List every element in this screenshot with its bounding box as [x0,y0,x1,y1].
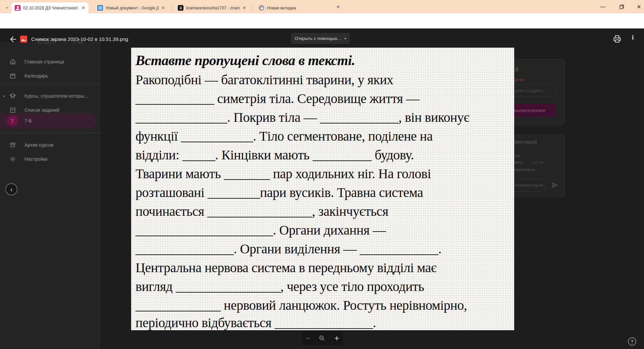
worksheet-line: періодично відбувається _______________. [136,315,376,331]
worksheet-line: _______________. Органи виділення — ____… [136,241,441,257]
comment-attached-fragment: икріплено [515,167,535,172]
sidebar [0,42,101,349]
tab-search-icon[interactable]: ⌄ [3,2,11,11]
worksheet-line: ______________. Покрив тіла — __________… [136,109,469,125]
sidebar-item-label: Архив курсов [24,142,53,148]
sidebar-collapse-button[interactable]: ‹ [5,183,17,195]
comment-author-fragment: івна [515,160,523,165]
mark-as-done-label-fragment: выполненное [514,107,546,113]
tab-title: kramarenkosofia1707 - znanija. [186,6,240,10]
zoom-in-button[interactable]: + [334,334,339,343]
worksheet-line: Тварини мають _______ пар ходильних ніг.… [136,166,431,182]
worksheet-title: Вставте пропущені слова в тексті. [136,52,355,68]
sidebar-item-label: Настройки [24,156,48,162]
comment-date: 12 окт. [533,160,545,165]
sidebar-item-home[interactable]: Главная страница [0,55,101,69]
tab-separator [252,5,253,11]
open-with-button[interactable]: Открыть с помощью... ▾ [291,33,350,44]
add-comment-placeholder-fragment: комментарий... [515,183,547,188]
zoom-toolbar: − + [302,331,343,345]
browser-toolbar: classroom.google.com/u/0/c/NTY2MDQ3MDAxN… [0,13,644,29]
tab-title: Новая вкладка [267,6,326,10]
worksheet-line: відділи: _____. Кінцівки мають _________… [136,147,414,163]
course-avatar: 7 [7,115,18,126]
sidebar-item-settings[interactable]: Настройки [0,152,101,166]
tab-google-docs[interactable]: Новый документ - Google Док ✕ [94,2,168,13]
restore-icon [620,5,624,9]
zoom-out-button[interactable]: − [306,334,310,343]
tab-new-tab[interactable]: Новая вкладка [255,2,329,13]
magnifier-zoom-icon[interactable] [319,335,325,342]
sidebar-item-courses[interactable]: ▾ Курсы, слушателем которы... [0,89,101,103]
worksheet-image[interactable]: Вставте пропущені слова в тексті. Ракопо… [131,48,514,330]
worksheet-line: Центральна нервова система в передньому … [136,260,437,276]
worksheet-line: функції ___________. Тіло сегментоване, … [136,128,433,144]
worksheet-line: ____________ симетрія тіла. Середовище ж… [136,91,419,106]
tab-classroom[interactable]: 02.10.2023 ДЗ Членистоногі: Р ✕ [11,2,89,13]
sidebar-item-label: 7-Б [24,118,32,123]
sidebar-item-label: Курсы, слушателем которы... [24,93,88,99]
open-with-label: Открыть с помощью... [295,36,341,41]
tab-close-icon[interactable]: ✕ [243,6,246,10]
sidebar-item-label: Главная страница [24,59,64,64]
print-icon[interactable] [613,35,622,43]
tab-close-icon[interactable]: ✕ [161,6,165,10]
tab-separator [171,5,172,11]
classroom-assignment-favicon [15,5,20,11]
window-restore-button[interactable] [616,2,627,11]
worksheet-line: _____________________. Органи дихання — [136,222,386,238]
sidebar-divider [0,133,100,133]
tab-close-icon[interactable]: ✕ [82,6,85,10]
viewer-filename: Снимок экрана 2023-10-02 в 10.51.39.png [31,36,128,42]
chevron-down-icon: ▾ [344,37,346,40]
sidebar-divider [0,83,100,84]
due-status-fragment: дачи [513,77,524,82]
worksheet-line: вигляд ________________, через усе тіло … [136,279,424,294]
image-viewer-overlay: Класс › 7-Б Снимок экрана 2023-10-02 в 1… [0,29,644,349]
help-button[interactable]: ? [628,337,636,346]
viewer-back-arrow[interactable] [9,35,17,44]
sidebar-item-label: Календарь [24,73,48,79]
sidebar-item-archive[interactable]: Архив курсов [0,138,101,152]
tab-title: 02.10.2023 ДЗ Членистоногі: Р [23,6,79,10]
comments-heading-fragment: ментарий [515,139,537,145]
screen: ⌄ 02.10.2023 ДЗ Членистоногі: Р ✕ Новый … [0,0,644,349]
tab-title: Новый документ - Google Док [106,6,159,10]
worksheet-line: розташовані ________пари вусиків. Травна… [136,185,423,200]
worksheet-line: починається ________________, закінчуєть… [136,203,388,219]
chevron-down-icon[interactable]: ▾ [3,94,5,98]
viewer-menu-kebab-icon[interactable]: ••• [632,35,634,40]
comment-author-fragment: на [515,153,520,158]
znanija-favicon: 3 [178,5,183,11]
add-or-create-label-fragment: или создать [515,88,543,93]
new-tab-button[interactable]: + [334,3,342,11]
window-close-button[interactable]: ✕ [634,2,644,11]
sidebar-item-calendar[interactable]: Календарь [0,69,101,83]
chrome-favicon [259,5,264,11]
worksheet-line: Ракоподібні — багатоклітинні тварини, у … [136,72,393,88]
google-docs-favicon [97,5,103,11]
worksheet-line: _____________ нервовий ланцюжок. Ростуть… [136,297,467,313]
window-minimize-button[interactable]: — [598,2,608,11]
image-file-icon [20,36,27,43]
sidebar-item-label: Список заданий [24,107,59,113]
your-work-heading-fragment: я [515,65,519,74]
browser-tab-strip: ⌄ 02.10.2023 ДЗ Членистоногі: Р ✕ Новый … [0,0,644,13]
send-comment-icon[interactable] [551,181,559,189]
tab-znanija[interactable]: 3 kramarenkosofia1707 - znanija. ✕ [174,2,250,13]
